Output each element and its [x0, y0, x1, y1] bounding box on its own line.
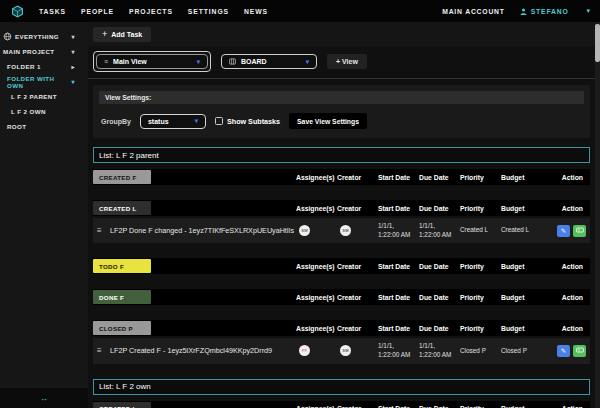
drag-handle-icon[interactable]: ≡: [97, 346, 110, 355]
list-title: List: L F 2 parent: [93, 147, 590, 163]
column-header-budget: Budget: [501, 325, 542, 332]
column-header-startdate: Start Date: [378, 294, 419, 301]
view-select[interactable]: ≡ Main View ▾: [96, 54, 208, 69]
app-logo-icon[interactable]: [10, 4, 24, 18]
nav-item-tasks[interactable]: TASKS: [39, 8, 66, 15]
status-badge: CLOSED P: [93, 321, 151, 335]
sidebar-item-label: FOLDER 1: [7, 63, 41, 70]
sidebar-item-label: L F 2 OWN: [11, 108, 46, 115]
status-group: CLOSED PAssignee(s)CreatorStart DateDue …: [93, 320, 590, 363]
sidebar-item-everything[interactable]: EVERYTHING▾: [0, 29, 88, 44]
tag-icon: [576, 226, 584, 235]
sidebar-item-l-f-2-parent[interactable]: L F 2 PARENT: [0, 89, 88, 104]
add-task-button[interactable]: + Add Task: [93, 27, 151, 42]
chevron-down-icon: ▾: [306, 58, 309, 66]
edit-task-button[interactable]: ✎: [557, 225, 570, 237]
column-header-assignees: Assignee(s): [296, 325, 337, 332]
view-settings-title: View Settings:: [99, 91, 584, 104]
column-header-duedate: Due Date: [419, 205, 460, 212]
chevron-down-icon: ▾: [72, 78, 75, 85]
scrollbar-thumb[interactable]: [595, 24, 600, 62]
add-view-button[interactable]: + View: [327, 54, 367, 69]
task-row[interactable]: ≡LF2P Created F - 1eyz5lXrFZQmbcl49KKpy2…: [93, 338, 590, 363]
action-cell: ✎: [542, 345, 586, 357]
status-badge: CREATED F: [93, 170, 151, 184]
start-date: 1/1/1, 1:22:00 AM: [378, 342, 419, 359]
column-header-creator: Creator: [337, 325, 378, 332]
show-subtasks-checkbox[interactable]: [215, 117, 223, 125]
drag-handle-icon[interactable]: ≡: [97, 226, 110, 235]
column-header-budget: Budget: [501, 205, 542, 212]
tag-task-button[interactable]: [573, 345, 586, 357]
creator-avatar: SW: [340, 225, 351, 236]
tag-task-button[interactable]: [573, 225, 586, 237]
resize-horizontal-icon: ↔: [40, 394, 48, 403]
save-view-settings-button[interactable]: Save View Settings: [289, 113, 367, 129]
list-section: List: L F 2 ownCREATED LAssignee(s)Creat…: [93, 379, 590, 408]
project-tree-sidebar: EVERYTHING▾MAIN PROJECT▾FOLDER 1▸FOLDER …: [0, 22, 88, 408]
groupby-select[interactable]: status ▾: [140, 114, 206, 129]
nav-item-settings[interactable]: SETTINGS: [188, 8, 229, 15]
column-header-assignees: Assignee(s): [296, 294, 337, 301]
status-group: DONE FAssignee(s)CreatorStart DateDue Da…: [93, 289, 590, 305]
groupby-label: GroupBy: [101, 118, 131, 125]
task-title: LF2P Created F - 1eyz5lXrFZQmbcl49KKpy2D…: [110, 346, 296, 355]
assignee-avatar: SW: [299, 225, 310, 236]
nav-item-projects[interactable]: PROJECTS: [129, 8, 173, 15]
show-subtasks-toggle[interactable]: Show Subtasks: [215, 117, 280, 126]
column-header-duedate: Due Date: [419, 325, 460, 332]
column-header-action: Action: [542, 174, 586, 181]
sidebar-item-l-f-2-own[interactable]: L F 2 OWN: [0, 104, 88, 119]
creator-avatar: SW: [340, 345, 351, 356]
board-select-value: BOARD: [241, 58, 267, 65]
column-header-creator: Creator: [337, 205, 378, 212]
column-header-startdate: Start Date: [378, 325, 419, 332]
sidebar-item-folder-with-own[interactable]: FOLDER WITH OWN▾: [0, 74, 88, 89]
column-header-priority: Priority: [460, 205, 501, 212]
chevron-down-icon: ▾: [197, 58, 200, 66]
top-navigation-bar: TASKSPEOPLEPROJECTSSETTINGSNEWS MAIN ACC…: [0, 0, 600, 22]
priority: Closed P: [460, 347, 501, 356]
chevron-down-icon: ▾: [195, 117, 198, 125]
sidebar-item-main-project[interactable]: MAIN PROJECT▾: [0, 44, 88, 59]
list-section: List: L F 2 parentCREATED FAssignee(s)Cr…: [93, 147, 590, 364]
vertical-scrollbar[interactable]: [595, 22, 600, 408]
column-header-budget: Budget: [501, 294, 542, 301]
group-header: CLOSED PAssignee(s)CreatorStart DateDue …: [93, 320, 590, 336]
show-subtasks-label: Show Subtasks: [227, 117, 280, 126]
sidebar-item-folder-1[interactable]: FOLDER 1▸: [0, 59, 88, 74]
nav-item-news[interactable]: NEWS: [244, 8, 268, 15]
due-date: 1/1/1, 1:22:00 AM: [419, 342, 460, 359]
column-header-action: Action: [542, 263, 586, 270]
list-title: List: L F 2 own: [93, 379, 590, 395]
board-icon: [229, 58, 236, 66]
sidebar-item-label: FOLDER WITH OWN: [7, 75, 72, 89]
column-header-startdate: Start Date: [378, 205, 419, 212]
chevron-down-icon[interactable]: ▾: [586, 7, 590, 15]
nav-item-people[interactable]: PEOPLE: [81, 8, 114, 15]
budget: Closed P: [501, 347, 542, 356]
sidebar-item-label: L F 2 PARENT: [11, 93, 57, 100]
person-icon: [519, 7, 528, 16]
status-badge: CREATED L: [93, 201, 151, 215]
status-badge: DONE F: [93, 290, 151, 304]
column-header-priority: Priority: [460, 174, 501, 181]
group-header: CREATED LAssignee(s)CreatorStart DateDue…: [93, 401, 590, 408]
account-switcher[interactable]: MAIN ACCOUNT: [442, 8, 505, 15]
column-header-creator: Creator: [337, 263, 378, 270]
board-select[interactable]: BOARD ▾: [221, 54, 317, 69]
main-content: + Add Task ≡ Main View ▾ BOARD ▾ + View: [88, 22, 600, 408]
creator-cell: SW: [337, 345, 378, 356]
view-select-value: Main View: [113, 58, 147, 65]
edit-task-button[interactable]: ✎: [557, 345, 570, 357]
view-tabs-row: ≡ Main View ▾ BOARD ▾ + View: [88, 46, 600, 79]
sidebar-resize-handle[interactable]: ↔: [0, 388, 88, 408]
status-group: CREATED LAssignee(s)CreatorStart DateDue…: [93, 200, 590, 243]
assignee-avatar: PP: [299, 345, 310, 356]
creator-cell: SW: [337, 225, 378, 236]
sidebar-item-root[interactable]: ROOT: [0, 119, 88, 134]
task-row[interactable]: ≡LF2P Done F changed - 1eyz7TIKfFeSXLRXp…: [93, 218, 590, 243]
group-header: DONE FAssignee(s)CreatorStart DateDue Da…: [93, 289, 590, 305]
user-menu[interactable]: STEFANO: [519, 7, 569, 16]
globe-icon: [3, 32, 12, 41]
